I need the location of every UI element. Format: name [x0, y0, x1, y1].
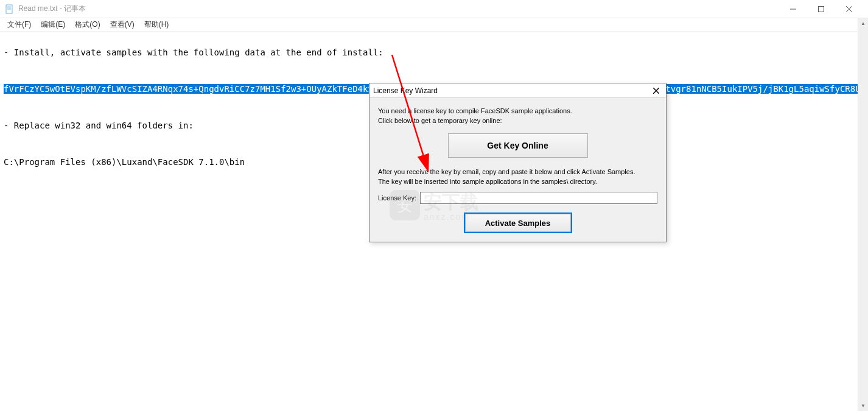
license-key-label: License Key: — [378, 194, 416, 202]
notepad-menubar: 文件(F) 编辑(E) 格式(O) 查看(V) 帮助(H) — [0, 18, 868, 32]
dialog-titlebar[interactable]: License Key Wizard — [369, 83, 666, 98]
window-title: Read me.txt - 记事本 — [18, 4, 779, 14]
menu-help[interactable]: 帮助(H) — [139, 18, 174, 31]
text-line: - Install, activate samples with the fol… — [4, 46, 864, 58]
license-key-row: License Key: — [378, 192, 657, 204]
notepad-titlebar: Read me.txt - 记事本 — [0, 0, 868, 18]
menu-file[interactable]: 文件(F) — [2, 18, 36, 31]
minimize-button[interactable] — [779, 0, 807, 18]
menu-view[interactable]: 查看(V) — [105, 18, 139, 31]
dialog-text-3: After you receive the key by email, copy… — [378, 167, 657, 176]
vertical-scrollbar[interactable] — [858, 18, 868, 411]
dialog-close-button[interactable] — [650, 85, 662, 96]
svg-rect-5 — [819, 6, 824, 12]
menu-format[interactable]: 格式(O) — [70, 18, 105, 31]
maximize-button[interactable] — [807, 0, 835, 18]
notepad-icon — [5, 4, 15, 14]
dialog-text-2: Click below to get a temporary key onlin… — [378, 116, 657, 125]
menu-edit[interactable]: 编辑(E) — [36, 18, 70, 31]
close-button[interactable] — [835, 0, 863, 18]
dialog-text-1: You need a license key to compile FaceSD… — [378, 107, 657, 115]
get-key-online-button[interactable]: Get Key Online — [448, 133, 588, 158]
window-controls — [779, 0, 863, 18]
license-key-input[interactable] — [420, 192, 657, 204]
activate-samples-button[interactable]: Activate Samples — [465, 214, 571, 232]
dialog-text-4: The key will be inserted into sample app… — [378, 177, 657, 186]
dialog-body: You need a license key to compile FaceSD… — [369, 98, 666, 242]
dialog-title: License Key Wizard — [373, 86, 650, 95]
license-key-wizard-dialog: License Key Wizard You need a license ke… — [369, 83, 667, 242]
